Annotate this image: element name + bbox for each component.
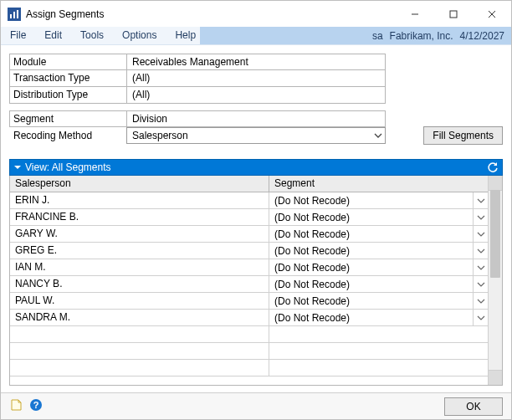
recoding-method-value: Salesperson bbox=[127, 128, 371, 143]
svg-text:?: ? bbox=[33, 400, 39, 410]
segment-cell bbox=[269, 343, 488, 359]
transaction-type-label: Transaction Type bbox=[9, 70, 126, 87]
chevron-down-icon bbox=[473, 293, 488, 309]
note-icon[interactable] bbox=[9, 398, 23, 414]
module-info-block: Module Receivables Management Transactio… bbox=[9, 54, 503, 104]
segment-info-block: Segment Division bbox=[9, 110, 503, 127]
salesperson-cell bbox=[10, 360, 269, 376]
svg-rect-4 bbox=[450, 11, 457, 18]
menu-tools[interactable]: Tools bbox=[71, 27, 113, 44]
menu-options[interactable]: Options bbox=[113, 27, 166, 44]
table-row[interactable]: GREG E.(Do Not Recode) bbox=[10, 243, 488, 259]
help-icon[interactable]: ? bbox=[29, 398, 43, 414]
client-area: Module Receivables Management Transactio… bbox=[1, 45, 511, 386]
distribution-type-label: Distribution Type bbox=[9, 87, 126, 104]
salesperson-cell: NANCY B. bbox=[10, 276, 269, 292]
scrollbar-thumb[interactable] bbox=[490, 190, 500, 278]
chevron-down-icon bbox=[473, 226, 488, 242]
salesperson-cell: SANDRA M. bbox=[10, 310, 269, 325]
grid-view-menu-button[interactable] bbox=[10, 160, 25, 175]
segments-grid: View: All Segments Salesperson Segment E… bbox=[9, 159, 503, 386]
salesperson-cell: GREG E. bbox=[10, 243, 269, 259]
maximize-button[interactable] bbox=[434, 1, 473, 27]
segment-cell-select[interactable]: (Do Not Recode) bbox=[269, 226, 488, 242]
chevron-down-icon bbox=[473, 209, 488, 225]
assign-segments-window: Assign Segments File Edit Tools Options … bbox=[0, 0, 512, 420]
menu-file[interactable]: File bbox=[1, 27, 35, 44]
segment-cell-select[interactable]: (Do Not Recode) bbox=[269, 310, 488, 325]
menu-bar: File Edit Tools Options Help sa Fabrikam… bbox=[1, 27, 511, 45]
column-segment[interactable]: Segment bbox=[269, 176, 488, 192]
context-user: sa bbox=[372, 30, 383, 42]
table-row[interactable]: FRANCINE B.(Do Not Recode) bbox=[10, 209, 488, 226]
segment-cell-select[interactable]: (Do Not Recode) bbox=[269, 276, 488, 292]
svg-rect-1 bbox=[13, 12, 15, 18]
salesperson-cell bbox=[10, 343, 269, 359]
module-label: Module bbox=[9, 54, 126, 70]
svg-rect-0 bbox=[10, 14, 12, 18]
segment-cell-value: (Do Not Recode) bbox=[269, 193, 473, 208]
segment-cell-value: (Do Not Recode) bbox=[269, 310, 473, 325]
segment-cell-select[interactable]: (Do Not Recode) bbox=[269, 209, 488, 225]
svg-rect-2 bbox=[17, 10, 18, 18]
segment-cell-select[interactable]: (Do Not Recode) bbox=[269, 259, 488, 275]
table-row-empty bbox=[10, 326, 488, 343]
segment-cell bbox=[269, 326, 488, 342]
table-row[interactable]: SANDRA M.(Do Not Recode) bbox=[10, 310, 488, 326]
segment-cell-value: (Do Not Recode) bbox=[269, 260, 473, 275]
segment-cell-value: (Do Not Recode) bbox=[269, 210, 473, 225]
context-company: Fabrikam, Inc. bbox=[390, 30, 453, 42]
grid-view-bar: View: All Segments bbox=[9, 159, 503, 176]
chevron-down-icon bbox=[473, 259, 488, 275]
table-row[interactable]: IAN M.(Do Not Recode) bbox=[10, 259, 488, 276]
chevron-down-icon bbox=[371, 128, 385, 143]
column-salesperson[interactable]: Salesperson bbox=[10, 176, 269, 192]
chevron-down-icon bbox=[473, 276, 488, 292]
table-row[interactable]: NANCY B.(Do Not Recode) bbox=[10, 276, 488, 293]
module-value: Receivables Management bbox=[126, 54, 386, 70]
table-row-empty bbox=[10, 360, 488, 376]
segment-cell-value: (Do Not Recode) bbox=[269, 277, 473, 292]
chevron-down-icon bbox=[473, 243, 488, 259]
grid-rows: ERIN J.(Do Not Recode)FRANCINE B.(Do Not… bbox=[10, 192, 488, 385]
segment-cell bbox=[269, 360, 488, 376]
minimize-button[interactable] bbox=[396, 1, 434, 27]
salesperson-cell: GARY W. bbox=[10, 226, 269, 242]
chevron-down-icon bbox=[473, 192, 488, 208]
window-title: Assign Segments bbox=[26, 8, 396, 20]
status-bar: ? OK bbox=[1, 392, 511, 419]
grid-view-label: View: All Segments bbox=[25, 161, 484, 173]
context-date: 4/12/2027 bbox=[460, 30, 504, 42]
table-row[interactable]: GARY W.(Do Not Recode) bbox=[10, 226, 488, 243]
salesperson-cell: FRANCINE B. bbox=[10, 209, 269, 225]
chevron-down-icon bbox=[473, 310, 488, 325]
segment-cell-value: (Do Not Recode) bbox=[269, 243, 473, 259]
app-icon bbox=[8, 8, 21, 21]
segment-cell-select[interactable]: (Do Not Recode) bbox=[269, 293, 488, 309]
table-row-empty bbox=[10, 343, 488, 360]
salesperson-cell: ERIN J. bbox=[10, 192, 269, 208]
context-info: sa Fabrikam, Inc. 4/12/2027 bbox=[372, 27, 511, 44]
title-bar: Assign Segments bbox=[1, 1, 511, 27]
fill-segments-button[interactable]: Fill Segments bbox=[423, 126, 503, 145]
segment-label: Segment bbox=[9, 110, 126, 127]
segment-cell-select[interactable]: (Do Not Recode) bbox=[269, 192, 488, 208]
transaction-type-value: (All) bbox=[126, 70, 386, 87]
grid-column-headers: Salesperson Segment bbox=[10, 176, 488, 192]
recoding-method-label: Recoding Method bbox=[9, 127, 126, 144]
menu-edit[interactable]: Edit bbox=[35, 27, 71, 44]
segment-cell-select[interactable]: (Do Not Recode) bbox=[269, 243, 488, 259]
grid-vertical-scrollbar[interactable] bbox=[488, 176, 502, 385]
recoding-method-select[interactable]: Salesperson bbox=[126, 127, 386, 144]
menu-help[interactable]: Help bbox=[166, 27, 205, 44]
salesperson-cell: IAN M. bbox=[10, 259, 269, 275]
salesperson-cell: PAUL W. bbox=[10, 293, 269, 309]
table-row[interactable]: PAUL W.(Do Not Recode) bbox=[10, 293, 488, 310]
close-button[interactable] bbox=[473, 1, 511, 27]
distribution-type-value: (All) bbox=[126, 87, 386, 104]
ok-button[interactable]: OK bbox=[444, 397, 503, 416]
table-row[interactable]: ERIN J.(Do Not Recode) bbox=[10, 192, 488, 209]
segment-cell-value: (Do Not Recode) bbox=[269, 294, 473, 309]
segment-value: Division bbox=[126, 110, 386, 127]
grid-refresh-button[interactable] bbox=[484, 161, 502, 173]
